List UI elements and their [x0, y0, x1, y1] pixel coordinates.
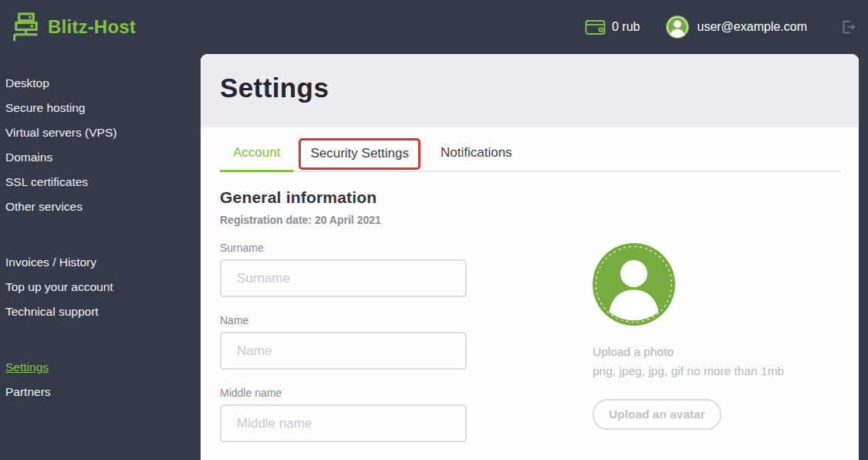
sidebar-item-domains[interactable]: Domains — [5, 145, 193, 170]
tab-bar: Account Security Settings Notifications — [220, 127, 840, 172]
account-tab-content: General information Registration date: 2… — [201, 172, 859, 459]
middle-name-field: Middle name — [220, 387, 467, 442]
user-email: user@example.com — [697, 20, 807, 34]
tab-notifications[interactable]: Notifications — [430, 145, 523, 171]
sidebar-item-other-services[interactable]: Other services — [5, 194, 193, 219]
upload-photo-hint: png, jpeg, jpg, gif no more than 1mb — [593, 361, 784, 381]
main-area: Settings Account Security Settings Notif… — [201, 54, 859, 460]
profile-form: Surname Name Middle name — [220, 242, 467, 459]
middle-name-input[interactable] — [220, 404, 467, 442]
surname-input[interactable] — [220, 259, 467, 297]
balance[interactable]: 0 rub — [585, 19, 640, 36]
sidebar-item-invoices-history[interactable]: Invoices / History — [5, 250, 193, 275]
upload-avatar-button[interactable]: Upload an avatar — [593, 399, 721, 430]
card-header: Settings — [201, 54, 859, 127]
section-heading: General information — [220, 188, 840, 207]
name-field: Name — [220, 314, 467, 370]
sidebar-item-technical-support[interactable]: Technical support — [5, 299, 193, 324]
sidebar-item-top-up-your-account[interactable]: Top up your account — [5, 275, 193, 299]
sidebar-item-desktop[interactable]: Desktop — [5, 71, 193, 96]
wallet-icon — [585, 19, 606, 36]
settings-card: Settings Account Security Settings Notif… — [201, 54, 859, 460]
sidebar: Desktop Secure hosting Virtual servers (… — [0, 54, 201, 460]
account-menu[interactable]: user@example.com — [666, 15, 807, 39]
sidebar-item-partners[interactable]: Partners — [5, 380, 193, 404]
sidebar-item-virtual-servers-vps[interactable]: Virtual servers (VPS) — [5, 120, 193, 145]
topbar: Blitz-Host 0 rub user@exam — [0, 0, 868, 54]
middle-name-label: Middle name — [220, 387, 467, 399]
brand-name: Blitz-Host — [48, 16, 136, 38]
logout-icon[interactable] — [839, 19, 856, 36]
name-input[interactable] — [220, 332, 467, 370]
balance-amount: 0 rub — [612, 20, 640, 34]
person-avatar-icon — [593, 243, 675, 326]
brand-logo[interactable]: Blitz-Host — [11, 12, 136, 42]
user-avatar-icon — [666, 15, 689, 39]
surname-label: Surname — [220, 242, 467, 254]
avatar-section: Upload a photo png, jpeg, jpg, gif no mo… — [593, 242, 784, 459]
surname-field: Surname — [220, 242, 467, 297]
name-label: Name — [220, 314, 467, 326]
tab-security-settings[interactable]: Security Settings — [299, 138, 420, 170]
server-icon — [11, 12, 41, 42]
upload-photo-title: Upload a photo — [593, 342, 784, 361]
tab-account[interactable]: Account — [220, 145, 293, 172]
sidebar-item-settings[interactable]: Settings — [5, 355, 193, 380]
registration-date: Registration date: 20 April 2021 — [220, 214, 840, 226]
sidebar-item-ssl-certificates[interactable]: SSL certificates — [5, 170, 193, 194]
sidebar-item-secure-hosting[interactable]: Secure hosting — [5, 96, 193, 120]
page-title: Settings — [220, 73, 859, 103]
topbar-right: 0 rub user@example.com — [585, 15, 856, 39]
